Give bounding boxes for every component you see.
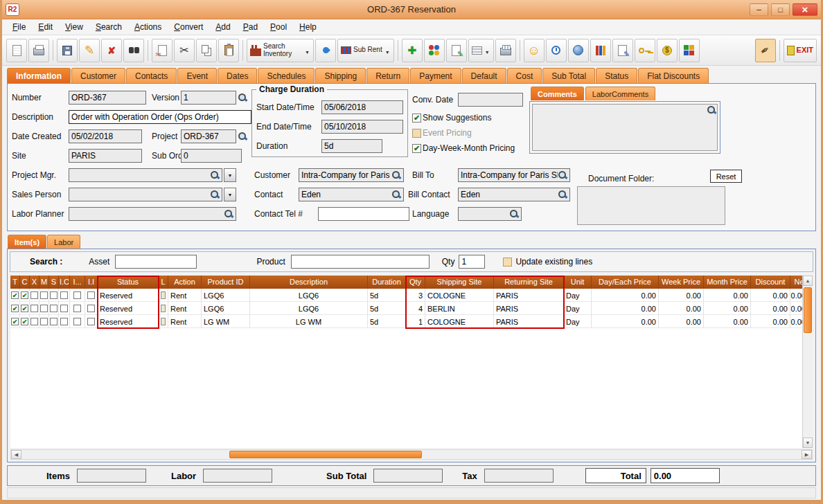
menu-add[interactable]: Add bbox=[209, 20, 236, 34]
paste-button[interactable] bbox=[218, 39, 239, 62]
month-price-cell[interactable]: 0.00 bbox=[704, 315, 751, 328]
project-lookup-icon[interactable] bbox=[238, 132, 247, 141]
unchecked-checkbox[interactable] bbox=[73, 305, 81, 312]
edit-button[interactable] bbox=[79, 39, 100, 62]
column-header-qty[interactable]: Qty bbox=[406, 276, 425, 289]
search-inventory-button[interactable]: Search Inventory bbox=[247, 39, 314, 62]
line-options-button[interactable] bbox=[161, 318, 166, 325]
checked-checkbox[interactable] bbox=[11, 318, 19, 325]
column-header-product-id[interactable]: Product ID bbox=[202, 276, 250, 289]
project-mgr-dropdown[interactable] bbox=[224, 168, 236, 182]
version-lookup-icon[interactable] bbox=[238, 93, 247, 102]
checked-checkbox[interactable] bbox=[11, 291, 19, 299]
sales-person-lookup-icon[interactable] bbox=[210, 190, 220, 199]
labor-planner-field[interactable] bbox=[69, 207, 236, 221]
unchecked-checkbox[interactable] bbox=[73, 318, 81, 325]
unchecked-checkbox[interactable] bbox=[60, 305, 68, 312]
discount-cell[interactable]: 0.00 bbox=[751, 289, 790, 302]
unit-cell[interactable]: Day bbox=[564, 302, 592, 315]
paint-button[interactable] bbox=[755, 39, 776, 62]
discount-cell[interactable]: 0.00 bbox=[751, 315, 790, 328]
bill-to-field[interactable]: Intra-Company for Paris Sh bbox=[458, 168, 570, 182]
product-id-cell[interactable]: LGQ6 bbox=[202, 289, 250, 302]
convert-document-button[interactable] bbox=[152, 39, 172, 62]
menu-edit[interactable]: Edit bbox=[32, 20, 59, 34]
dropdown-arrow-icon[interactable] bbox=[484, 44, 490, 57]
labor-planner-lookup-icon[interactable] bbox=[224, 209, 233, 219]
notes-button[interactable] bbox=[612, 39, 633, 62]
qty-cell[interactable]: 3 bbox=[406, 289, 425, 302]
unchecked-checkbox[interactable] bbox=[60, 291, 68, 299]
vertical-scrollbar[interactable] bbox=[802, 276, 813, 448]
cubes-button[interactable] bbox=[679, 39, 700, 62]
tab-information[interactable]: Information bbox=[7, 68, 71, 83]
column-header-i[interactable]: I... bbox=[70, 276, 85, 289]
column-header-month-price[interactable]: Month Price bbox=[704, 276, 751, 289]
column-header-week-price[interactable]: Week Price bbox=[659, 276, 704, 289]
description-cell[interactable]: LGQ6 bbox=[250, 302, 368, 315]
copy-button[interactable] bbox=[196, 39, 217, 62]
column-header-description[interactable]: Description bbox=[250, 276, 368, 289]
menu-pool[interactable]: Pool bbox=[264, 20, 293, 34]
dye-drop-button[interactable] bbox=[315, 39, 336, 62]
column-header-shipping-site[interactable]: Shipping Site bbox=[425, 276, 494, 289]
contact-field[interactable]: Eden bbox=[299, 188, 404, 201]
update-existing-lines-checkbox[interactable] bbox=[503, 258, 512, 267]
column-header-t[interactable]: T bbox=[10, 276, 20, 289]
project-mgr-field[interactable] bbox=[69, 168, 222, 182]
unchecked-checkbox[interactable] bbox=[87, 305, 95, 312]
status-cell[interactable]: Reserved bbox=[98, 315, 159, 328]
language-field[interactable] bbox=[458, 207, 522, 221]
project-mgr-lookup-icon[interactable] bbox=[210, 170, 220, 180]
column-header-x[interactable]: X bbox=[30, 276, 39, 289]
action-cell[interactable]: Rent bbox=[168, 302, 202, 315]
conv-date-field[interactable] bbox=[458, 93, 523, 107]
unchecked-checkbox[interactable] bbox=[73, 291, 81, 299]
project-field[interactable]: ORD-367 bbox=[181, 129, 236, 143]
column-header-duration[interactable]: Duration bbox=[368, 276, 406, 289]
show-suggestions-checkbox[interactable] bbox=[412, 114, 421, 123]
maximize-button[interactable] bbox=[771, 3, 790, 16]
unchecked-checkbox[interactable] bbox=[40, 318, 48, 325]
sales-person-dropdown[interactable] bbox=[224, 188, 236, 201]
menu-pad[interactable]: Pad bbox=[237, 20, 264, 34]
customer-lookup-icon[interactable] bbox=[391, 170, 401, 180]
checked-checkbox[interactable] bbox=[21, 291, 28, 299]
description-cell[interactable]: LGQ6 bbox=[250, 289, 368, 302]
shipping-site-cell[interactable]: COLOGNE bbox=[425, 315, 494, 328]
column-header-l[interactable]: L bbox=[159, 276, 168, 289]
column-header-day-each-price[interactable]: Day/Each Price bbox=[592, 276, 659, 289]
returning-site-cell[interactable]: PARIS bbox=[494, 302, 564, 315]
horizontal-scroll-thumb[interactable] bbox=[229, 451, 422, 458]
action-cell[interactable]: Rent bbox=[168, 315, 202, 328]
month-price-cell[interactable]: 0.00 bbox=[704, 289, 751, 302]
action-cell[interactable]: Rent bbox=[168, 289, 202, 302]
qty-cell[interactable]: 4 bbox=[406, 302, 425, 315]
checked-checkbox[interactable] bbox=[11, 305, 19, 312]
unchecked-checkbox[interactable] bbox=[50, 291, 57, 299]
end-date-field[interactable]: 05/10/2018 bbox=[321, 120, 403, 134]
customer-field[interactable]: Intra-Company for Paris Sh bbox=[299, 168, 404, 182]
returning-site-cell[interactable]: PARIS bbox=[494, 315, 564, 328]
bill-contact-field[interactable]: Eden bbox=[458, 188, 570, 201]
tab-payment[interactable]: Payment bbox=[410, 68, 461, 83]
print-button[interactable] bbox=[28, 39, 49, 62]
table-row[interactable]: ReservedRentLGQ6LGQ65d4BERLINPARISDay0.0… bbox=[10, 302, 813, 315]
shipping-site-cell[interactable]: COLOGNE bbox=[425, 289, 494, 302]
tab-return[interactable]: Return bbox=[366, 68, 409, 83]
returning-site-cell[interactable]: PARIS bbox=[494, 289, 564, 302]
start-date-field[interactable]: 05/06/2018 bbox=[321, 100, 403, 114]
tab-cost[interactable]: Cost bbox=[507, 68, 542, 83]
find-button[interactable] bbox=[123, 39, 144, 62]
duration-cell[interactable]: 5d bbox=[368, 302, 406, 315]
tab-flat-discounts[interactable]: Flat Discounts bbox=[638, 68, 709, 83]
l-button-cell[interactable] bbox=[159, 289, 168, 302]
qty-cell[interactable]: 1 bbox=[406, 315, 425, 328]
column-header-c[interactable]: C bbox=[20, 276, 30, 289]
unchecked-checkbox[interactable] bbox=[87, 291, 95, 299]
unchecked-checkbox[interactable] bbox=[87, 318, 95, 325]
number-field[interactable]: ORD-367 bbox=[69, 91, 146, 105]
key-button[interactable] bbox=[635, 39, 655, 62]
tab-event[interactable]: Event bbox=[177, 68, 217, 83]
scroll-left-button[interactable] bbox=[11, 450, 21, 459]
